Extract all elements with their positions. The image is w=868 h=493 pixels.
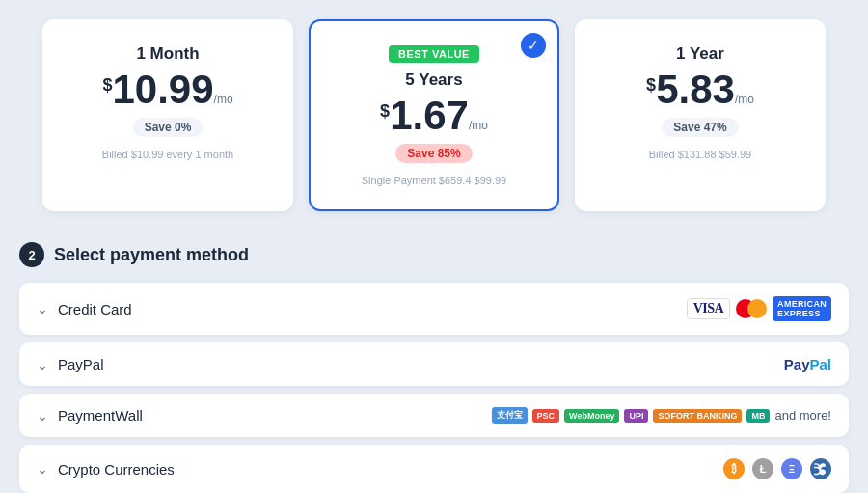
unionpay-icon: UPI — [624, 409, 648, 423]
section-header: 2 Select payment method — [19, 242, 849, 267]
payment-section: 2 Select payment method ⌄ Credit Card VI… — [19, 242, 849, 493]
pricing-card-1year[interactable]: 1 Year $ 5.83 /mo Save 47% Billed $131.8… — [575, 19, 826, 211]
bitcoin-icon: ₿ — [723, 458, 745, 479]
paypal-icons: PayPal — [784, 356, 831, 372]
single-payment-text: Single Payment $659.4 $99.99 — [330, 175, 538, 186]
billed-text: Billed $131.88 $59.99 — [596, 149, 804, 160]
payment-method-credit-card[interactable]: ⌄ Credit Card VISA AMERICANEXPRESS — [19, 283, 849, 335]
payment-method-paymentwall[interactable]: ⌄ PaymentWall 支付宝 PSC WebMoney UPI SOFOR… — [19, 394, 849, 437]
amex-icon: AMERICANEXPRESS — [773, 296, 831, 321]
price-period: /mo — [214, 93, 233, 106]
method-label: PaymentWall — [58, 407, 143, 424]
paymentwall-icons: 支付宝 PSC WebMoney UPI SOFORT BANKING MB a… — [492, 407, 831, 424]
price-currency: $ — [102, 75, 112, 96]
price-amount: 5.83 — [656, 69, 735, 110]
price-currency: $ — [646, 75, 656, 96]
sofort-icon: SOFORT BANKING — [653, 409, 742, 423]
method-left: ⌄ PayPal — [37, 356, 104, 372]
price-period: /mo — [735, 93, 754, 106]
method-left: ⌄ Credit Card — [37, 301, 132, 317]
method-label: Crypto Currencies — [58, 461, 175, 478]
pricing-card-5years[interactable]: BEST VALUE ✓ 5 Years $ 1.67 /mo Save 85%… — [309, 19, 559, 211]
method-left: ⌄ Crypto Currencies — [37, 461, 175, 478]
plan-name: 1 Year — [596, 44, 804, 64]
litecoin-icon: Ł — [752, 458, 773, 479]
plan-name: 1 Month — [64, 44, 272, 64]
payment-method-crypto[interactable]: ⌄ Crypto Currencies ₿ Ł Ξ — [19, 445, 849, 493]
webmoney-icon: WebMoney — [564, 409, 619, 423]
plan-name: 5 Years — [330, 70, 538, 90]
pricing-card-1month[interactable]: 1 Month $ 10.99 /mo Save 0% Billed $10.9… — [42, 19, 293, 211]
billed-text: Billed $10.99 every 1 month — [64, 149, 272, 160]
pricing-section: 1 Month $ 10.99 /mo Save 0% Billed $10.9… — [19, 19, 849, 211]
payment-method-paypal[interactable]: ⌄ PayPal PayPal — [19, 342, 849, 386]
step-badge: 2 — [19, 242, 44, 267]
mb-icon: MB — [746, 409, 770, 423]
section-title: Select payment method — [54, 245, 249, 265]
check-icon: ✓ — [521, 33, 546, 58]
alipay-icon: 支付宝 — [492, 407, 528, 424]
price-row: $ 1.67 /mo — [330, 96, 538, 136]
visa-icon: VISA — [687, 298, 730, 319]
chevron-down-icon: ⌄ — [37, 461, 48, 477]
best-value-badge: BEST VALUE — [389, 45, 479, 63]
chevron-down-icon: ⌄ — [37, 357, 48, 372]
crypto-icons: ₿ Ł Ξ — [723, 458, 831, 479]
method-left: ⌄ PaymentWall — [37, 407, 143, 424]
price-row: $ 5.83 /mo — [596, 69, 804, 110]
save-badge: Save 0% — [133, 118, 203, 137]
paypal-icon: PayPal — [784, 356, 831, 372]
mastercard-icon — [736, 299, 767, 318]
paysafe-icon: PSC — [532, 409, 560, 423]
chevron-down-icon: ⌄ — [37, 301, 48, 316]
price-row: $ 10.99 /mo — [64, 69, 272, 110]
save-badge: Save 47% — [662, 118, 738, 137]
credit-card-icons: VISA AMERICANEXPRESS — [687, 296, 831, 321]
price-currency: $ — [380, 101, 390, 122]
chevron-down-icon: ⌄ — [37, 408, 48, 424]
price-period: /mo — [469, 119, 488, 132]
save-badge-highlight: Save 85% — [395, 144, 472, 163]
method-label: PayPal — [58, 356, 104, 372]
method-label: Credit Card — [58, 301, 132, 317]
price-amount: 10.99 — [112, 69, 213, 110]
ripple-icon — [810, 458, 831, 479]
price-amount: 1.67 — [390, 96, 469, 136]
ethereum-icon: Ξ — [781, 458, 802, 479]
and-more-text: and more! — [774, 408, 831, 423]
